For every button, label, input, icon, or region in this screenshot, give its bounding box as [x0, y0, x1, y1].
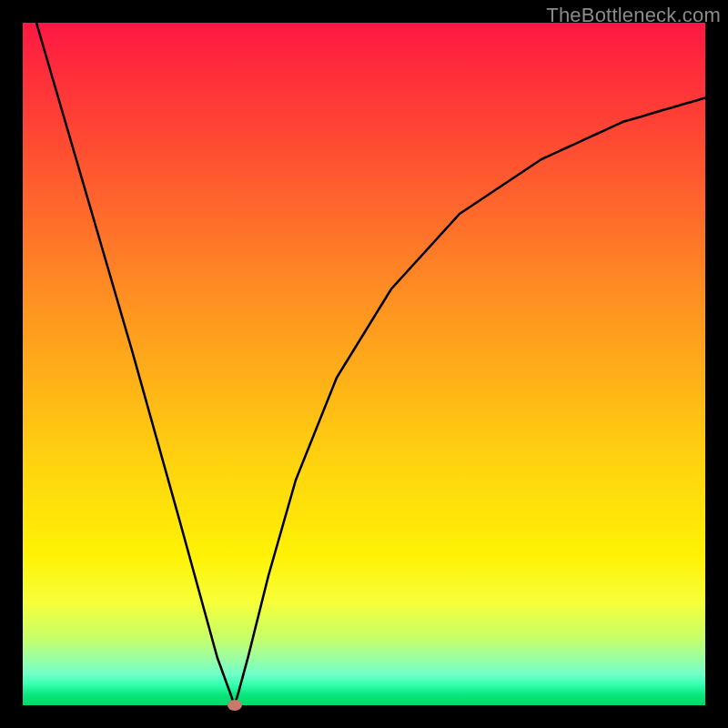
bottleneck-curve — [23, 23, 705, 705]
minimum-marker — [228, 700, 242, 711]
chart-plot-area — [23, 23, 705, 705]
